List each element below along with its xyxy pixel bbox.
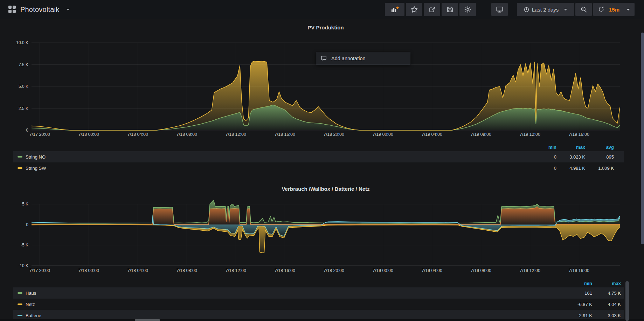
value-max: 3.03 K — [592, 313, 621, 318]
refresh-group[interactable]: 15m — [593, 3, 635, 16]
svg-text:-5 K: -5 K — [21, 243, 28, 247]
legend-header-min[interactable]: min — [563, 281, 592, 286]
series-line-Netz — [32, 225, 620, 253]
svg-text:0: 0 — [26, 128, 28, 133]
verbrauch-legend: min max Haus 161 4.75 K Netz -6.87 K 4.0… — [13, 279, 624, 321]
svg-text:7/18 12:00: 7/18 12:00 — [226, 132, 246, 137]
series-swatch — [18, 303, 22, 305]
svg-text:2.5 K: 2.5 K — [19, 106, 28, 111]
top-navbar: Photovoltaik — [0, 0, 644, 19]
refresh-interval-label[interactable]: 15m — [609, 7, 619, 13]
svg-text:7/18 16:00: 7/18 16:00 — [275, 132, 295, 137]
chevron-down-icon — [626, 9, 630, 11]
series-swatch — [18, 156, 22, 158]
legend-header-row: min max — [13, 279, 624, 287]
horizontal-scrollbar[interactable] — [0, 319, 644, 321]
series-area-Netz — [32, 225, 620, 253]
verbrauch-chart[interactable]: 5 K0-5 K-10 K7/17 20:007/18 00:007/18 04… — [0, 200, 644, 278]
value-max: 4.75 K — [592, 291, 621, 296]
add-annotation-label: Add annotation — [331, 56, 366, 61]
svg-text:7/18 20:00: 7/18 20:00 — [324, 132, 344, 137]
series-area-Wallbox — [32, 207, 620, 225]
share-button[interactable] — [424, 3, 440, 16]
series-toggle[interactable]: String SW — [13, 166, 46, 171]
chevron-down-icon — [66, 9, 70, 11]
save-button[interactable] — [442, 3, 458, 16]
svg-text:7/19 04:00: 7/19 04:00 — [422, 132, 442, 137]
value-max: 4.04 K — [592, 302, 621, 307]
svg-text:7/19 08:00: 7/19 08:00 — [471, 132, 491, 137]
svg-text:-10 K: -10 K — [18, 263, 28, 268]
legend-header-row: min max avg — [13, 143, 624, 151]
legend-row-string-sw[interactable]: String SW 0 4.981 K 1.009 K — [13, 162, 624, 174]
legend-row-netz[interactable]: Netz -6.87 K 4.04 K — [13, 299, 624, 310]
series-toggle[interactable]: String NO — [13, 154, 46, 160]
star-icon — [410, 6, 418, 13]
pv-produktion-legend: min max avg String NO 0 3.023 K 895 Stri… — [13, 143, 624, 174]
svg-text:7/19 12:00: 7/19 12:00 — [520, 268, 540, 273]
svg-text:7/18 08:00: 7/18 08:00 — [176, 132, 197, 137]
panel-title-verbrauch[interactable]: Verbrauch /Wallbox / Batterie / Netz — [32, 186, 620, 192]
svg-text:7/19 04:00: 7/19 04:00 — [422, 268, 442, 273]
series-label: Haus — [26, 291, 36, 296]
svg-text:7/19 00:00: 7/19 00:00 — [373, 132, 393, 137]
add-panel-button[interactable] — [385, 3, 404, 16]
zoom-out-icon — [580, 6, 588, 13]
horizontal-scrollbar-thumb[interactable] — [135, 319, 160, 321]
panel-title-pv-produktion[interactable]: PV Produktion — [32, 25, 620, 30]
svg-text:7/17 20:00: 7/17 20:00 — [29, 132, 50, 137]
dashboard-title[interactable]: Photovoltaik — [20, 6, 59, 14]
value-max: 3.023 K — [556, 154, 585, 160]
svg-text:7/18 16:00: 7/18 16:00 — [275, 268, 295, 273]
legend-row-haus[interactable]: Haus 161 4.75 K — [13, 287, 624, 299]
series-label: Netz — [26, 302, 35, 307]
svg-text:7/19 16:00: 7/19 16:00 — [569, 132, 589, 137]
star-button[interactable] — [406, 3, 422, 16]
share-icon — [428, 6, 436, 13]
refresh-icon — [598, 6, 605, 13]
value-avg: 1.009 K — [585, 166, 614, 171]
svg-text:7/18 12:00: 7/18 12:00 — [226, 268, 246, 273]
settings-button[interactable] — [459, 3, 476, 16]
legend-header-max[interactable]: max — [592, 281, 621, 286]
value-min: 0 — [528, 154, 556, 160]
series-label: Batterie — [26, 313, 41, 318]
series-label: String NO — [26, 154, 46, 160]
svg-text:7/18 00:00: 7/18 00:00 — [78, 268, 99, 273]
svg-text:5.0 K: 5.0 K — [19, 84, 28, 89]
time-range-picker[interactable]: Last 2 days — [517, 3, 574, 16]
svg-text:5 K: 5 K — [22, 202, 28, 207]
svg-text:7/19 08:00: 7/19 08:00 — [471, 268, 491, 273]
time-range-label: Last 2 days — [532, 7, 559, 13]
svg-text:7/17 20:00: 7/17 20:00 — [29, 268, 50, 273]
bar-chart-plus-icon — [390, 5, 399, 14]
legend-header-max[interactable]: max — [556, 145, 585, 150]
add-annotation-menu-item[interactable]: Add annotation — [316, 52, 410, 65]
save-icon — [446, 6, 454, 13]
dashboard-picker[interactable]: Photovoltaik — [8, 6, 70, 14]
svg-text:7.5 K: 7.5 K — [19, 62, 28, 67]
svg-text:7/18 04:00: 7/18 04:00 — [127, 132, 148, 137]
svg-text:7/18 00:00: 7/18 00:00 — [78, 132, 99, 137]
svg-text:7/18 20:00: 7/18 20:00 — [324, 268, 344, 273]
dashboard-grid-icon — [8, 6, 16, 13]
svg-text:7/19 00:00: 7/19 00:00 — [373, 268, 393, 273]
series-toggle[interactable]: Batterie — [13, 313, 41, 318]
value-min: 0 — [528, 166, 556, 171]
legend-header-avg[interactable]: avg — [585, 145, 614, 150]
value-min: -2.91 K — [563, 313, 592, 318]
tv-cycle-button[interactable] — [491, 3, 508, 16]
value-min: -6.87 K — [563, 302, 592, 307]
comment-bubble-icon — [320, 55, 327, 62]
monitor-icon — [496, 5, 504, 14]
value-min: 161 — [563, 291, 592, 296]
series-toggle[interactable]: Netz — [13, 302, 35, 307]
series-swatch — [18, 292, 22, 294]
legend-header-min[interactable]: min — [528, 145, 556, 150]
legend-scrollbar[interactable] — [625, 281, 629, 321]
value-max: 4.981 K — [556, 166, 585, 171]
zoom-out-button[interactable] — [575, 3, 592, 16]
page-scrollbar[interactable] — [641, 33, 644, 244]
legend-row-string-no[interactable]: String NO 0 3.023 K 895 — [13, 151, 624, 162]
series-toggle[interactable]: Haus — [13, 291, 36, 296]
